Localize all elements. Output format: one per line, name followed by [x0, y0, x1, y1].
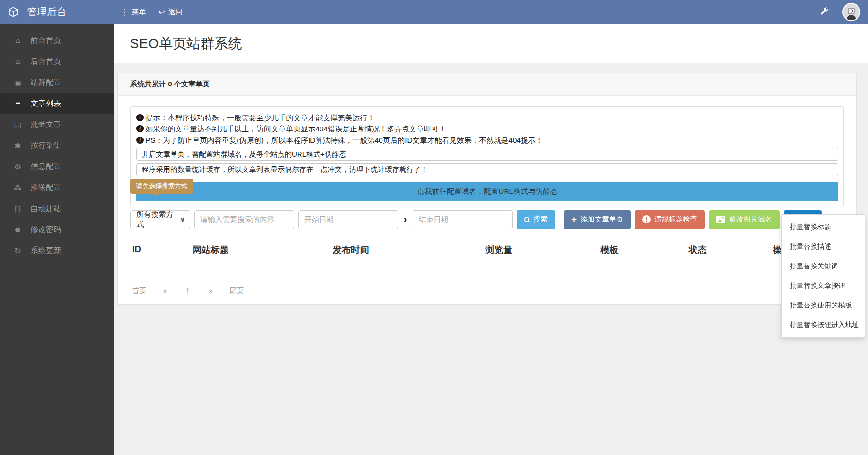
- home-icon: ⌂: [12, 57, 23, 66]
- book-icon: ▤: [12, 120, 23, 129]
- tips-list: i 提示：本程序技巧特殊，一般需要至少几千的文章才能支撑完美运行！ i 如果你的…: [136, 112, 838, 146]
- vertical-dots-icon: ⋮: [120, 7, 128, 17]
- user-icon: ☻: [12, 225, 23, 234]
- search-mode-value: 所有搜索方式: [136, 210, 180, 230]
- page-link[interactable]: 首页: [132, 286, 146, 296]
- tips-well: i 提示：本程序技巧特殊，一般需要至少几千的文章才能支撑完美运行！ i 如果你的…: [130, 106, 844, 206]
- search-mode-select[interactable]: 所有搜索方式 ∨: [130, 210, 190, 229]
- tip-text: 如果你的文章量达不到几千以上，访问文章单页显示404错误是正常情况！多弄点文章即…: [145, 123, 446, 134]
- plus-icon: +: [571, 215, 577, 224]
- sidebar-item-label: 按行采集: [31, 141, 61, 151]
- sidebar-item[interactable]: ☻ 修改密码: [0, 219, 114, 240]
- dropdown-menu-item[interactable]: 批量替换文章按钮: [782, 276, 865, 296]
- sidebar: ⌂ 前台首页 ⌂ 后台首页 ◉ 站群配置 ≡ 文章列表 ▤ 批量文章 ✱ 按行采…: [0, 24, 114, 455]
- sidebar-item[interactable]: ◉ 站群配置: [0, 72, 114, 93]
- sidebar-item[interactable]: ≡ 文章列表: [0, 93, 114, 114]
- chrome-icon: ◉: [12, 78, 23, 87]
- dropdown-menu-item[interactable]: 批量替换使用的模板: [782, 296, 865, 315]
- sidebar-item[interactable]: ⁂ 推送配置: [0, 177, 114, 198]
- dropdown-menu-item[interactable]: 批量替换按钮进入地址: [782, 315, 865, 335]
- page-link[interactable]: «: [161, 286, 169, 296]
- back-link[interactable]: ↩ 返回: [158, 7, 183, 17]
- table-header-cell: 发布时间: [333, 244, 485, 256]
- table-header-row: ID 网站标题 发布时间 浏览量 模板 状态 操作: [130, 237, 844, 265]
- tip-line: i 如果你的文章量达不到几千以上，访问文章单页显示404错误是正常情况！多弄点文…: [136, 123, 838, 134]
- sidebar-item-label: 信息配置: [31, 162, 61, 172]
- image-icon: [716, 216, 725, 223]
- gear-icon: ⚙: [12, 162, 23, 171]
- search-icon: [524, 217, 529, 222]
- sidebar-item[interactable]: ⌂ 后台首页: [0, 51, 114, 72]
- table-header-cell: 网站标题: [193, 244, 333, 256]
- sidebar-item-label: 文章列表: [31, 99, 61, 109]
- title-check-label: 违规标题检查: [654, 215, 697, 224]
- info-icon: i: [136, 114, 144, 121]
- dropdown-menu-item[interactable]: 批量替换标题: [782, 217, 865, 237]
- sidebar-item[interactable]: ∏ 自动建站: [0, 198, 114, 219]
- list-icon: ≡: [12, 99, 23, 108]
- table-header-cell: 模板: [600, 244, 689, 256]
- add-article-button[interactable]: + 添加文章单页: [564, 210, 631, 229]
- tip-line: i PS：为了防止单页内容重复(伪原创)，所以本程序ID算法特殊，一般第40页后…: [136, 135, 838, 146]
- sidebar-item-label: 前台首页: [31, 36, 61, 46]
- sidebar-item-label: 自动建站: [31, 204, 61, 214]
- back-label: 返回: [168, 8, 183, 17]
- search-keyword-input[interactable]: [194, 210, 294, 229]
- search-button[interactable]: 搜索: [517, 210, 555, 229]
- tip-text: PS：为了防止单页内容重复(伪原创)，所以本程序ID算法特殊，一般第40页后的I…: [145, 135, 543, 146]
- articles-panel: 系统共累计 0 个文章单页 i 提示：本程序技巧特殊，一般需要至少几千的文章才能…: [117, 73, 857, 305]
- tip-text: 提示：本程序技巧特殊，一般需要至少几千的文章才能支撑完美运行！: [145, 112, 375, 123]
- search-toolbar: 所有搜索方式 ∨ › 搜索 + 添加文章单页 ! 违规标题检查: [130, 210, 844, 229]
- end-date-input[interactable]: [413, 210, 513, 229]
- info-icon: i: [136, 125, 144, 132]
- tip-line: i 提示：本程序技巧特殊，一般需要至少几千的文章才能支撑完美运行！: [136, 112, 838, 123]
- home-icon: ⌂: [12, 36, 23, 45]
- dropdown-menu-item[interactable]: 批量替换描述: [782, 237, 865, 256]
- back-arrow-icon: ↩: [158, 7, 165, 17]
- wrench-icon[interactable]: [819, 7, 829, 17]
- page-link[interactable]: 尾页: [229, 286, 244, 296]
- bank-icon: ∏: [12, 204, 23, 213]
- topbar-right: [819, 3, 868, 21]
- sidebar-item[interactable]: ✱ 按行采集: [0, 135, 114, 156]
- page-title: SEO单页站群系统: [130, 34, 242, 53]
- avatar-image: [844, 6, 858, 20]
- search-button-label: 搜索: [533, 215, 548, 224]
- chevron-down-icon: ∨: [180, 216, 185, 223]
- image-domain-button[interactable]: 修改图片域名: [709, 210, 780, 229]
- avatar[interactable]: [842, 3, 860, 21]
- brand[interactable]: 管理后台: [0, 5, 114, 19]
- sidebar-item-label: 批量文章: [31, 120, 61, 130]
- title-check-button[interactable]: ! 违规标题检查: [635, 210, 705, 229]
- title-strip: SEO单页站群系统: [114, 24, 868, 63]
- page-link[interactable]: »: [207, 286, 215, 296]
- table-header-cell: ID: [132, 244, 193, 256]
- asterisk-icon: ✱: [12, 141, 23, 150]
- menu-label: 菜单: [132, 8, 146, 17]
- more-dropdown-menu: 批量替换标题 批量替换描述 批量替换关键词 批量替换文章按钮 批量替换使用的模板…: [781, 214, 865, 338]
- configure-domain-banner[interactable]: 点我前往配置域名，配置URL格式与伪静态: [136, 182, 838, 201]
- sidebar-item[interactable]: ↻ 系统更新: [0, 240, 114, 261]
- image-domain-label: 修改图片域名: [729, 215, 772, 224]
- sidebar-item-label: 修改密码: [31, 225, 61, 235]
- dropdown-menu-item[interactable]: 批量替换关键词: [782, 256, 865, 276]
- brand-label: 管理后台: [27, 5, 67, 19]
- topbar: 管理后台 ⋮ 菜单 ↩ 返回: [0, 0, 868, 24]
- chevron-right-icon: ›: [398, 213, 413, 226]
- refresh-icon: ↻: [12, 246, 23, 255]
- sidebar-item[interactable]: ⚙ 信息配置: [0, 156, 114, 177]
- sidebar-item-label: 后台首页: [31, 57, 61, 67]
- sidebar-item-label: 站群配置: [31, 78, 61, 88]
- panel-body: i 提示：本程序技巧特殊，一般需要至少几千的文章才能支撑完美运行！ i 如果你的…: [118, 96, 856, 304]
- page-link[interactable]: 1: [184, 286, 192, 296]
- sidebar-item[interactable]: ▤ 批量文章: [0, 114, 114, 135]
- add-article-label: 添加文章单页: [580, 215, 623, 224]
- menu-toggle[interactable]: ⋮ 菜单: [120, 7, 146, 17]
- sidebar-item-label: 推送配置: [31, 183, 61, 193]
- cube-logo-icon: [8, 6, 19, 18]
- start-date-input[interactable]: [298, 210, 398, 229]
- sidebar-item-label: 系统更新: [31, 246, 61, 256]
- main-content: SEO单页站群系统 系统共累计 0 个文章单页 i 提示：本程序技巧特殊，一般需…: [114, 24, 868, 455]
- sidebar-item[interactable]: ⌂ 前台首页: [0, 30, 114, 51]
- paw-icon: ⁂: [12, 183, 23, 192]
